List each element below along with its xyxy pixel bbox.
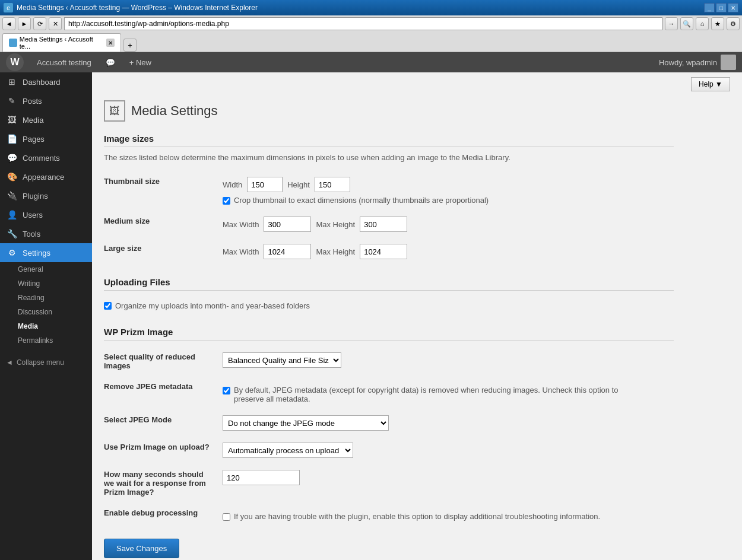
sidebar-item-media[interactable]: 🖼 Media — [0, 110, 92, 129]
debug-field: If you are having trouble with the plugi… — [223, 502, 674, 527]
sidebar-item-pages[interactable]: 📄 Pages — [0, 129, 92, 148]
medium-label: Medium size — [104, 211, 223, 238]
address-bar[interactable] — [64, 17, 662, 30]
help-label: Help ▼ — [699, 80, 722, 88]
quality-label: Select quality of reduced images — [104, 346, 223, 376]
sidebar-item-plugins[interactable]: 🔌 Plugins — [0, 186, 92, 205]
sidebar-sub-media[interactable]: Media — [0, 319, 92, 333]
sidebar-sub-discussion[interactable]: Discussion — [0, 305, 92, 319]
debug-checkbox-row: If you are having trouble with the plugi… — [223, 512, 668, 521]
wait-seconds-label: How many seconds should we wait for a re… — [104, 464, 223, 502]
thumbnail-fields: Width Height Crop thumbnail to exact dim… — [223, 171, 674, 211]
quality-select[interactable]: Balanced Quality and File Size Highest Q… — [223, 352, 341, 368]
large-row: Large size Max Width Max Height — [104, 238, 674, 265]
crop-checkbox[interactable] — [223, 197, 230, 205]
large-width-input[interactable] — [264, 244, 311, 259]
collapse-label: Collapse menu — [17, 358, 64, 367]
medium-field-row: Max Width Max Height — [223, 217, 668, 232]
title-bar-left: e Media Settings ‹ Accusoft testing — Wo… — [4, 3, 258, 12]
home-button[interactable]: ⌂ — [696, 17, 709, 30]
sidebar-item-appearance[interactable]: 🎨 Appearance — [0, 167, 92, 186]
window-controls[interactable]: _ □ ✕ — [704, 3, 738, 12]
stop-button[interactable]: ✕ — [49, 17, 62, 30]
organize-uploads-label: Organize my uploads into month- and year… — [115, 301, 310, 310]
comment-icon-btn[interactable]: 💬 — [99, 52, 122, 72]
sidebar-item-posts[interactable]: ✎ Posts — [0, 91, 92, 110]
tab-close-button[interactable]: ✕ — [106, 39, 115, 47]
sidebar-sub-permalinks[interactable]: Permalinks — [0, 333, 92, 348]
wp-layout: ⊞ Dashboard ✎ Posts 🖼 Media 📄 Pages 💬 Co… — [0, 72, 742, 560]
sidebar-item-comments[interactable]: 💬 Comments — [0, 148, 92, 167]
close-button[interactable]: ✕ — [728, 3, 738, 12]
image-sizes-title: Image sizes — [104, 133, 674, 147]
browser-chrome: ◄ ► ⟳ ✕ → 🔍 ⌂ ★ ⚙ Media Settings ‹ Accus… — [0, 15, 742, 52]
wait-seconds-input[interactable] — [223, 470, 300, 485]
upload-select[interactable]: Automatically process on upload Do not p… — [223, 443, 353, 458]
page-title: Media Settings — [131, 103, 218, 119]
sidebar-label-appearance: Appearance — [23, 173, 64, 182]
maximize-button[interactable]: □ — [716, 3, 727, 12]
posts-icon: ✎ — [6, 96, 18, 106]
jpeg-metadata-checkbox[interactable] — [223, 387, 230, 394]
sidebar-label-comments: Comments — [23, 154, 60, 163]
uploading-title: Uploading Files — [104, 277, 674, 291]
minimize-button[interactable]: _ — [704, 3, 715, 12]
large-height-input[interactable] — [360, 244, 407, 259]
refresh-button[interactable]: ⟳ — [33, 17, 46, 30]
organize-uploads-row: Organize my uploads into month- and year… — [104, 297, 674, 315]
thumbnail-width-input[interactable] — [247, 177, 283, 192]
new-tab-button[interactable]: + — [123, 39, 137, 52]
users-icon: 👤 — [6, 210, 18, 219]
tab-title: Media Settings ‹ Accusoft te... — [20, 36, 104, 50]
large-max-height-label: Max Height — [316, 247, 355, 256]
sidebar-item-settings[interactable]: ⚙ Settings — [0, 243, 92, 262]
back-button[interactable]: ◄ — [2, 17, 15, 30]
medium-width-input[interactable] — [264, 217, 311, 232]
medium-max-width-label: Max Width — [223, 220, 259, 229]
thumbnail-height-input[interactable] — [315, 177, 350, 192]
new-content-button[interactable]: + New — [122, 52, 158, 72]
search-button[interactable]: 🔍 — [680, 17, 693, 30]
jpeg-mode-label: Select JPEG Mode — [104, 409, 223, 437]
jpeg-mode-row: Select JPEG Mode Do not change the JPEG … — [104, 409, 674, 437]
thumbnail-field-row: Width Height — [223, 177, 668, 192]
sidebar-sub-general[interactable]: General — [0, 262, 92, 276]
sidebar-label-media: Media — [23, 116, 43, 125]
sidebar-sub-reading[interactable]: Reading — [0, 291, 92, 305]
active-tab[interactable]: Media Settings ‹ Accusoft te... ✕ — [2, 33, 121, 52]
sidebar-label-posts: Posts — [23, 97, 42, 106]
image-sizes-desc: The sizes listed below determine the max… — [104, 153, 674, 162]
medium-height-input[interactable] — [360, 217, 407, 232]
collapse-menu-button[interactable]: ◄ Collapse menu — [0, 354, 92, 371]
main-content: Help ▼ 🖼 Media Settings Image sizes The … — [92, 72, 742, 560]
jpeg-metadata-field: By default, JPEG metadata (except for co… — [223, 376, 674, 409]
favorites-button[interactable]: ★ — [711, 17, 724, 30]
organize-uploads-checkbox[interactable] — [104, 302, 112, 310]
tools-button[interactable]: ⚙ — [727, 17, 740, 30]
debug-checkbox[interactable] — [223, 513, 230, 521]
help-button[interactable]: Help ▼ — [691, 77, 730, 91]
sidebar-item-users[interactable]: 👤 Users — [0, 205, 92, 224]
help-btn-wrap: Help ▼ — [92, 72, 742, 91]
sidebar-label-plugins: Plugins — [23, 192, 48, 201]
wp-logo[interactable]: W — [6, 53, 24, 71]
image-sizes-table: Thumbnail size Width Height Crop thumbna… — [104, 171, 674, 265]
sidebar-item-tools[interactable]: 🔧 Tools — [0, 224, 92, 243]
jpeg-mode-select[interactable]: Do not change the JPEG mode Progressive … — [223, 415, 389, 431]
medium-row: Medium size Max Width Max Height — [104, 211, 674, 238]
sidebar-label-users: Users — [23, 211, 43, 219]
crop-checkbox-row: Crop thumbnail to exact dimensions (norm… — [223, 196, 668, 205]
collapse-arrow-icon: ◄ — [6, 358, 13, 367]
sidebar-sub-writing[interactable]: Writing — [0, 276, 92, 291]
sidebar-item-dashboard[interactable]: ⊞ Dashboard — [0, 72, 92, 91]
tools-icon: 🔧 — [6, 229, 18, 238]
admin-bar-right: Howdy, wpadmin — [659, 55, 736, 70]
go-button[interactable]: → — [665, 17, 678, 30]
upload-label: Use Prizm Image on upload? — [104, 437, 223, 464]
site-name[interactable]: Accusoft testing — [30, 52, 99, 72]
page-icon: 🖼 — [104, 100, 125, 122]
thumbnail-row: Thumbnail size Width Height Crop thumbna… — [104, 171, 674, 211]
save-changes-button[interactable]: Save Changes — [104, 539, 179, 558]
forward-button[interactable]: ► — [18, 17, 31, 30]
dashboard-icon: ⊞ — [6, 77, 18, 87]
